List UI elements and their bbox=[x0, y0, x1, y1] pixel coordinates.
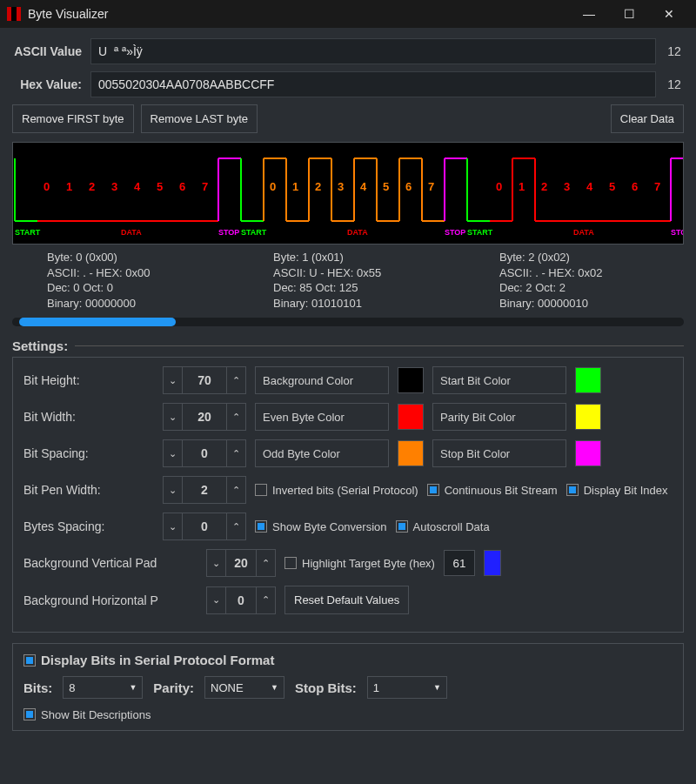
svg-text:0: 0 bbox=[270, 180, 276, 193]
odd-color-swatch[interactable] bbox=[398, 440, 424, 466]
svg-text:DATA: DATA bbox=[573, 228, 594, 237]
chevron-down-icon[interactable]: ⌄ bbox=[207, 550, 226, 576]
svg-text:4: 4 bbox=[134, 180, 141, 193]
chevron-down-icon[interactable]: ⌄ bbox=[207, 587, 226, 613]
maximize-button[interactable]: ☐ bbox=[609, 0, 649, 28]
svg-text:5: 5 bbox=[157, 180, 163, 193]
close-button[interactable]: ✕ bbox=[649, 0, 689, 28]
remove-last-button[interactable]: Remove LAST byte bbox=[141, 104, 258, 133]
byte-info-line: Binary: 00000010 bbox=[499, 296, 696, 312]
bg-color-button[interactable]: Background Color bbox=[255, 366, 389, 394]
waveform-viewport[interactable]: START01234567DATASTOPSTART01234567DATAST… bbox=[12, 142, 684, 245]
svg-text:DATA: DATA bbox=[121, 228, 142, 237]
highlight-target-checkbox[interactable]: Highlight Target Byte (hex) bbox=[284, 557, 435, 570]
ascii-input[interactable] bbox=[90, 38, 656, 64]
svg-text:4: 4 bbox=[586, 180, 593, 193]
show-bit-descriptions-checkbox[interactable]: Show Bit Descriptions bbox=[23, 708, 151, 721]
svg-text:3: 3 bbox=[111, 180, 117, 193]
chevron-up-icon[interactable]: ⌃ bbox=[226, 477, 245, 503]
bit-spacing-spinner[interactable]: ⌄0⌃ bbox=[163, 439, 246, 467]
bg-color-swatch[interactable] bbox=[398, 367, 424, 393]
svg-text:7: 7 bbox=[428, 180, 434, 193]
bytes-spacing-label: Bytes Spacing: bbox=[23, 519, 154, 533]
bit-pen-width-spinner[interactable]: ⌄2⌃ bbox=[163, 476, 246, 504]
svg-text:1: 1 bbox=[66, 180, 72, 193]
chevron-down-icon[interactable]: ⌄ bbox=[164, 477, 183, 503]
autoscroll-checkbox[interactable]: Autoscroll Data bbox=[396, 520, 490, 533]
bit-width-spinner[interactable]: ⌄20⌃ bbox=[163, 403, 246, 431]
byte-info-line: ASCII: . - HEX: 0x00 bbox=[47, 265, 273, 281]
odd-color-button[interactable]: Odd Byte Color bbox=[255, 439, 389, 467]
byte-info-1: Byte: 1 (0x01) ASCII: U - HEX: 0x55 Dec:… bbox=[273, 250, 499, 311]
svg-text:2: 2 bbox=[541, 180, 547, 193]
chevron-down-icon[interactable]: ⌄ bbox=[164, 367, 183, 393]
even-color-button[interactable]: Even Byte Color bbox=[255, 403, 389, 431]
chevron-up-icon[interactable]: ⌃ bbox=[226, 513, 245, 539]
svg-text:1: 1 bbox=[292, 180, 298, 193]
bytes-spacing-spinner[interactable]: ⌄0⌃ bbox=[163, 513, 246, 540]
even-color-swatch[interactable] bbox=[398, 404, 424, 430]
inverted-bits-checkbox[interactable]: Inverted bits (Serial Protocol) bbox=[255, 484, 418, 497]
chevron-up-icon[interactable]: ⌃ bbox=[226, 440, 245, 466]
show-byte-conversion-checkbox[interactable]: Show Byte Conversion bbox=[255, 520, 387, 533]
byte-info-line: Byte: 2 (0x02) bbox=[499, 250, 696, 265]
chevron-down-icon[interactable]: ⌄ bbox=[164, 440, 183, 466]
serial-format-checkbox[interactable]: Display Bits in Serial Protocol Format bbox=[23, 653, 274, 667]
chevron-down-icon[interactable]: ⌄ bbox=[164, 513, 183, 539]
parity-color-swatch[interactable] bbox=[575, 404, 601, 430]
svg-text:0: 0 bbox=[44, 180, 50, 193]
byte-info-line: ASCII: . - HEX: 0x02 bbox=[499, 265, 696, 281]
svg-text:2: 2 bbox=[315, 180, 321, 193]
bg-vpad-spinner[interactable]: ⌄20⌃ bbox=[206, 549, 276, 577]
ascii-count: 12 bbox=[665, 44, 684, 58]
bits-select[interactable]: 8 bbox=[63, 676, 143, 699]
byte-info-line: Dec: 2 Oct: 2 bbox=[499, 280, 696, 296]
chevron-up-icon[interactable]: ⌃ bbox=[256, 550, 275, 576]
ascii-label: ASCII Value bbox=[12, 44, 82, 58]
svg-text:STOP: STOP bbox=[671, 228, 684, 237]
svg-text:START: START bbox=[15, 228, 41, 237]
highlight-value-input[interactable] bbox=[444, 550, 475, 576]
start-color-button[interactable]: Start Bit Color bbox=[432, 366, 566, 394]
highlight-color-swatch[interactable] bbox=[484, 550, 501, 576]
hex-input[interactable] bbox=[90, 71, 656, 97]
remove-first-button[interactable]: Remove FIRST byte bbox=[12, 104, 134, 133]
title-bar: Byte Visualizer — ☐ ✕ bbox=[0, 0, 696, 28]
byte-info-line: ASCII: U - HEX: 0x55 bbox=[273, 265, 499, 281]
chevron-down-icon[interactable]: ⌄ bbox=[164, 404, 183, 430]
stop-color-swatch[interactable] bbox=[575, 440, 601, 466]
stopbits-select[interactable]: 1 bbox=[367, 676, 447, 699]
display-bit-index-checkbox[interactable]: Display Bit Index bbox=[566, 484, 668, 497]
reset-defaults-button[interactable]: Reset Default Values bbox=[284, 586, 409, 614]
svg-text:DATA: DATA bbox=[347, 228, 368, 237]
minimize-button[interactable]: — bbox=[569, 0, 609, 28]
svg-text:START: START bbox=[241, 228, 267, 237]
bit-pen-width-label: Bit Pen Width: bbox=[23, 483, 154, 497]
chevron-up-icon[interactable]: ⌃ bbox=[226, 367, 245, 393]
stop-color-button[interactable]: Stop Bit Color bbox=[432, 439, 566, 467]
byte-info-line: Binary: 01010101 bbox=[273, 296, 499, 312]
byte-scrollbar[interactable] bbox=[12, 318, 684, 326]
bg-hpad-spinner[interactable]: ⌄0⌃ bbox=[206, 586, 276, 614]
chevron-up-icon[interactable]: ⌃ bbox=[256, 587, 275, 613]
svg-text:6: 6 bbox=[405, 180, 412, 193]
byte-info-0: Byte: 0 (0x00) ASCII: . - HEX: 0x00 Dec:… bbox=[47, 250, 273, 311]
svg-text:5: 5 bbox=[383, 180, 389, 193]
byte-info-row: Byte: 0 (0x00) ASCII: . - HEX: 0x00 Dec:… bbox=[12, 245, 684, 311]
svg-text:STOP: STOP bbox=[445, 228, 465, 237]
continuous-stream-checkbox[interactable]: Continuous Bit Stream bbox=[427, 484, 558, 497]
byte-info-line: Byte: 1 (0x01) bbox=[273, 250, 499, 265]
serial-panel: Display Bits in Serial Protocol Format B… bbox=[12, 643, 684, 731]
stopbits-label: Stop Bits: bbox=[295, 680, 357, 695]
settings-panel: Bit Height: ⌄70⌃ Background Color Start … bbox=[12, 357, 684, 633]
clear-data-button[interactable]: Clear Data bbox=[611, 104, 684, 133]
start-color-swatch[interactable] bbox=[575, 367, 601, 393]
parity-color-button[interactable]: Parity Bit Color bbox=[432, 403, 566, 431]
chevron-up-icon[interactable]: ⌃ bbox=[226, 404, 245, 430]
hex-label: Hex Value: bbox=[12, 77, 82, 91]
parity-select[interactable]: NONE bbox=[204, 676, 284, 699]
bit-height-spinner[interactable]: ⌄70⌃ bbox=[163, 366, 246, 394]
svg-text:3: 3 bbox=[338, 180, 344, 193]
scroll-thumb[interactable] bbox=[19, 318, 176, 326]
svg-text:5: 5 bbox=[609, 180, 615, 193]
